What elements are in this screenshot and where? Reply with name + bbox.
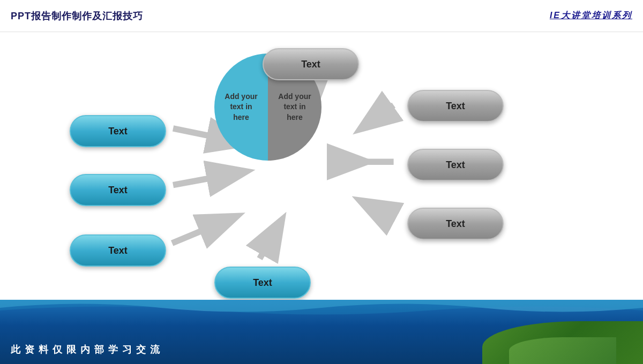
pill-left-bot: Text (70, 234, 166, 267)
footer-land2 (509, 337, 616, 364)
pill-top-right-label: Text (446, 101, 465, 112)
pill-right-mid: Text (407, 149, 504, 181)
pill-left-top-label: Text (108, 126, 128, 137)
circle-left-text: Add yourtext inhere (222, 89, 260, 126)
header: PPT报告制作制作及汇报技巧 IE大讲堂培训系列 (0, 0, 643, 32)
footer-ocean: 此资料仅限内部学习交流 (0, 300, 643, 364)
svg-line-3 (363, 202, 394, 218)
circle-right-text: Add yourtext inhere (275, 89, 313, 126)
pill-left-mid-label: Text (108, 185, 128, 196)
footer-text: 此资料仅限内部学习交流 (11, 343, 164, 356)
svg-line-6 (173, 172, 243, 185)
footer-waves (0, 300, 643, 316)
page-title: PPT报告制作制作及汇报技巧 (11, 10, 143, 22)
pill-left-top: Text (70, 115, 166, 147)
pill-left-bot-label: Text (108, 245, 128, 256)
pill-top: Text (263, 48, 359, 80)
circle-left: Add yourtext inhere (214, 54, 268, 161)
footer: 此资料仅限内部学习交流 (0, 300, 643, 364)
brand-text: IE大讲堂培训系列 (550, 10, 632, 21)
main-content: Add yourtext inhere Add yourtext inhere … (0, 32, 643, 300)
svg-line-5 (172, 217, 234, 243)
pill-right-bot-label: Text (446, 218, 465, 230)
pill-bottom: Text (214, 267, 311, 299)
svg-line-4 (260, 223, 280, 259)
pill-bottom-label: Text (253, 277, 272, 289)
pill-top-right: Text (407, 90, 504, 122)
pill-left-mid: Text (70, 174, 166, 206)
svg-line-1 (363, 105, 394, 127)
diagram: Add yourtext inhere Add yourtext inhere … (0, 32, 643, 300)
pill-right-bot: Text (407, 208, 504, 240)
pill-top-label: Text (301, 59, 320, 70)
pill-right-mid-label: Text (446, 160, 465, 171)
